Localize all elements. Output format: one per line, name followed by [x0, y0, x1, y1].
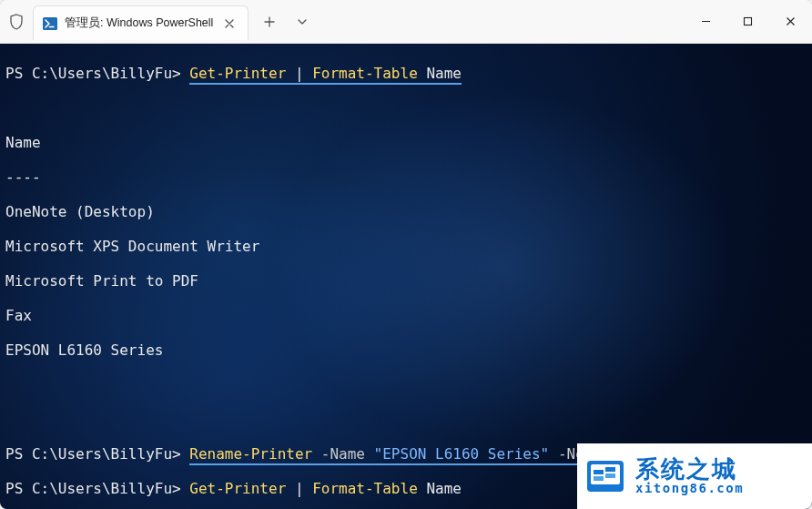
- tab-actions: [254, 0, 318, 43]
- output-row: Fax: [5, 307, 807, 324]
- titlebar-left: [0, 0, 29, 43]
- tab-title: 管理员: Windows PowerShell: [65, 15, 213, 31]
- string: "EPSON L6160 Series": [374, 445, 550, 463]
- output-row: OneNote (Desktop): [5, 203, 807, 220]
- minimize-button[interactable]: [685, 0, 726, 43]
- cmdlet: Format-Table: [312, 480, 418, 497]
- terminal-line: PS C:\Users\BillyFu> Get-Printer | Forma…: [5, 65, 807, 82]
- powershell-icon: [43, 16, 57, 31]
- blank-line: [5, 99, 807, 117]
- svg-rect-1: [744, 18, 751, 25]
- window-controls: [685, 0, 812, 43]
- new-tab-button[interactable]: [254, 6, 285, 37]
- pipe: |: [286, 65, 312, 82]
- cmdlet: Get-Printer: [189, 65, 286, 82]
- prompt: PS C:\Users\BillyFu>: [5, 445, 181, 463]
- prompt: PS C:\Users\BillyFu>: [5, 65, 181, 82]
- watermark: 系统之城 xitong86.com: [577, 443, 812, 509]
- arg: Name: [418, 480, 462, 497]
- app-window: 管理员: Windows PowerShell: [0, 0, 812, 509]
- tab-close-button[interactable]: [220, 15, 239, 33]
- terminal-body[interactable]: PS C:\Users\BillyFu> Get-Printer | Forma…: [0, 44, 812, 509]
- prompt: PS C:\Users\BillyFu>: [5, 480, 181, 497]
- svg-rect-7: [605, 473, 615, 478]
- arg: Name: [418, 65, 462, 82]
- close-button[interactable]: [768, 0, 812, 43]
- titlebar-drag-area[interactable]: [318, 0, 685, 43]
- pipe: |: [286, 480, 312, 497]
- shield-icon: [9, 14, 24, 30]
- watermark-url: xitong86.com: [635, 482, 744, 495]
- output-row: Microsoft XPS Document Writer: [5, 238, 807, 255]
- svg-rect-5: [605, 467, 615, 472]
- watermark-text: 系统之城 xitong86.com: [635, 457, 744, 495]
- svg-rect-4: [594, 470, 604, 474]
- column-header: Name: [5, 134, 807, 151]
- watermark-title: 系统之城: [635, 457, 744, 482]
- cmdlet: Format-Table: [312, 65, 418, 82]
- tab-dropdown-button[interactable]: [287, 6, 318, 37]
- cmdlet: Rename-Printer: [189, 445, 312, 463]
- param: -Name: [312, 445, 373, 463]
- svg-rect-0: [43, 17, 57, 30]
- tab-active[interactable]: 管理员: Windows PowerShell: [33, 5, 249, 40]
- titlebar[interactable]: 管理员: Windows PowerShell: [0, 0, 812, 44]
- blank-line: [5, 411, 807, 428]
- column-dashes: ----: [5, 168, 807, 186]
- cmdlet: Get-Printer: [189, 480, 286, 497]
- blank-line: [5, 376, 807, 393]
- output-row: EPSON L6160 Series: [5, 341, 807, 359]
- watermark-logo-icon: [584, 455, 626, 497]
- maximize-button[interactable]: [726, 0, 768, 43]
- svg-rect-6: [594, 476, 604, 481]
- output-row: Microsoft Print to PDF: [5, 272, 807, 290]
